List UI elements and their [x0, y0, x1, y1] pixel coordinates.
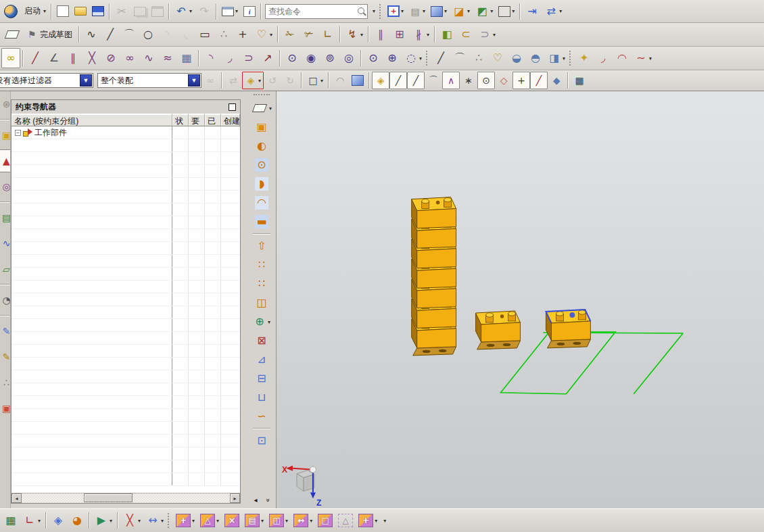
- auto-dimension-dropdown-caret-icon[interactable]: ▾: [360, 32, 363, 38]
- brick-single[interactable]: [476, 311, 521, 349]
- extract-face-button[interactable]: ⇧: [252, 237, 271, 256]
- mirror-feature-button[interactable]: ◫: [252, 293, 271, 312]
- midpoint-snap-button[interactable]: ╱: [407, 72, 425, 89]
- internet-tab[interactable]: ▱: [0, 258, 11, 281]
- graphics-viewport[interactable]: X Z: [276, 91, 764, 508]
- move-component-button[interactable]: +▾: [173, 512, 197, 529]
- measure-distance-dropdown-caret-icon[interactable]: ▾: [161, 518, 164, 524]
- switch-window-dropdown-caret-icon[interactable]: ▾: [559, 8, 562, 14]
- shaded-view-dropdown-caret-icon[interactable]: ▾: [444, 8, 447, 14]
- half-section-button[interactable]: ◐: [252, 137, 271, 155]
- smooth-curve-dropdown-caret-icon[interactable]: ▾: [649, 55, 652, 62]
- measure-distance-button[interactable]: ↔▾: [143, 510, 166, 531]
- measure-component-button[interactable]: ↔▾: [291, 512, 315, 529]
- mirror-curve-dropdown-caret-icon[interactable]: ▾: [493, 32, 496, 38]
- brick-selected[interactable]: [546, 310, 590, 348]
- u-curve-button[interactable]: ⊃: [239, 48, 258, 68]
- new-file-button[interactable]: [54, 3, 72, 20]
- csys-button[interactable]: ∟▾: [20, 510, 43, 531]
- sketch-button[interactable]: [1, 26, 23, 43]
- measure-component-dropdown-caret-icon[interactable]: ▾: [310, 518, 312, 524]
- reuse-library-tab[interactable]: ▤: [0, 206, 11, 229]
- sheet-operations-button[interactable]: ▦: [1, 510, 20, 531]
- snap-point-dropdown-caret-icon[interactable]: ▾: [258, 78, 261, 84]
- intersect-curve-button[interactable]: ◓: [526, 48, 545, 68]
- pattern-face-button[interactable]: ∷: [252, 256, 271, 274]
- fit-view-dropdown-caret-icon[interactable]: ▾: [401, 8, 404, 14]
- section-view-dropdown-caret-icon[interactable]: ▾: [467, 8, 470, 14]
- circle-radius-button[interactable]: ⊕: [383, 48, 402, 68]
- heart-curve-button[interactable]: ♡: [488, 48, 507, 68]
- scroll-track[interactable]: [22, 493, 230, 503]
- clip-section-dropdown-caret-icon[interactable]: ▾: [490, 8, 493, 14]
- window-layout-button[interactable]: ▾: [219, 3, 241, 20]
- fit-view-button[interactable]: +▾: [385, 3, 406, 20]
- open-file-button[interactable]: [72, 3, 89, 20]
- arc-tangent-button[interactable]: ◞: [220, 48, 239, 68]
- spline-points-button[interactable]: ≈: [158, 48, 177, 68]
- shaded-view-button[interactable]: ▾: [428, 3, 450, 20]
- studio-spline-button[interactable]: ∴: [214, 24, 233, 45]
- snap-enable-button[interactable]: ◈: [372, 72, 389, 89]
- play-simulation-button[interactable]: ▶▾: [92, 510, 115, 531]
- manufacturing-tab[interactable]: ∴: [0, 371, 11, 394]
- line-button[interactable]: ╱: [101, 24, 120, 45]
- ellipse-button[interactable]: ♡▾: [252, 24, 275, 45]
- cross-lines-button[interactable]: ╳: [82, 48, 101, 68]
- endpoint-snap-button[interactable]: ╱: [389, 72, 407, 89]
- selection-filter-combo[interactable]: 没有选择过滤器 ▼: [0, 73, 93, 88]
- arc2-button[interactable]: ⌒: [450, 48, 469, 68]
- tree-collapse-icon[interactable]: −: [15, 130, 21, 136]
- auto-dimension-button[interactable]: ↯▾: [343, 24, 366, 45]
- brick-stack[interactable]: [412, 197, 456, 356]
- project-curve-button[interactable]: ◒: [507, 48, 526, 68]
- shaded-select-button[interactable]: [349, 72, 366, 89]
- history-tab[interactable]: ◔: [0, 289, 11, 312]
- pole-snap-button[interactable]: ∧: [442, 72, 460, 89]
- search-options-dropdown-caret-icon[interactable]: ▾: [373, 8, 375, 14]
- play-simulation-dropdown-caret-icon[interactable]: ▾: [110, 518, 112, 524]
- scroll-left-button[interactable]: ◂: [11, 493, 22, 503]
- arrange-component-button[interactable]: ◫▾: [266, 512, 291, 529]
- role-palette-button[interactable]: ◕: [68, 510, 87, 531]
- section-view-button[interactable]: ◪▾: [450, 1, 473, 22]
- undo-button[interactable]: ↶▾: [172, 1, 195, 22]
- search-icon[interactable]: [356, 7, 366, 16]
- arc-center-snap-button[interactable]: ⊙: [477, 72, 495, 89]
- smooth-curve-button[interactable]: ∼▾: [631, 48, 654, 68]
- save-button[interactable]: [89, 3, 107, 20]
- corner-curve-button[interactable]: ↗: [258, 48, 277, 68]
- circle-center-button[interactable]: ⊙: [364, 48, 383, 68]
- clip-section-button[interactable]: ◩▾: [473, 1, 496, 22]
- move-component-dropdown-caret-icon[interactable]: ▾: [192, 518, 195, 524]
- assembly-constraints-dropdown-caret-icon[interactable]: ▾: [216, 518, 219, 524]
- column-header-status[interactable]: 状: [172, 114, 189, 126]
- auto-constrain-button[interactable]: ⊞: [390, 24, 409, 45]
- geometric-constraints-button[interactable]: ∥: [371, 24, 390, 45]
- sew-button[interactable]: ⊡: [252, 431, 271, 450]
- column-header-created[interactable]: 创建: [221, 114, 240, 126]
- toolbar-overflow-dropdown-caret-icon[interactable]: ▾: [383, 518, 386, 524]
- point-on-curve-snap-button[interactable]: ╱: [530, 72, 548, 89]
- circle-dot-button[interactable]: ◌▾: [402, 48, 425, 68]
- highlight-button[interactable]: ◠: [331, 72, 349, 89]
- show-constraints-dropdown-caret-icon[interactable]: ▾: [427, 32, 429, 38]
- background-dropdown-caret-icon[interactable]: ▾: [512, 8, 515, 14]
- quick-trim-button[interactable]: ✁: [281, 24, 300, 45]
- info-button[interactable]: i: [241, 3, 258, 20]
- ellipse-dropdown-caret-icon[interactable]: ▾: [270, 32, 272, 38]
- viewport-scene[interactable]: X Z: [277, 91, 764, 508]
- boss-button[interactable]: ⊙: [252, 155, 271, 174]
- circle-snap-button[interactable]: ⊚: [320, 48, 339, 68]
- render-style-button[interactable]: ▤▾: [406, 3, 428, 20]
- panel-hscrollbar[interactable]: ◂ ▸: [11, 493, 240, 503]
- grid-snap-button[interactable]: ▦: [571, 72, 588, 89]
- circle-tangent2-button[interactable]: ◉: [302, 48, 320, 68]
- circle-dot-dropdown-caret-icon[interactable]: ▾: [419, 55, 422, 62]
- handle-button[interactable]: ◈: [49, 510, 68, 531]
- curve-wave-button[interactable]: ∿: [139, 48, 158, 68]
- thicken-button[interactable]: ∽: [252, 407, 271, 426]
- select-component-button[interactable]: □: [315, 512, 335, 529]
- line2-button[interactable]: ╱: [431, 48, 450, 68]
- start-menu-button[interactable]: 启动▾: [20, 3, 49, 20]
